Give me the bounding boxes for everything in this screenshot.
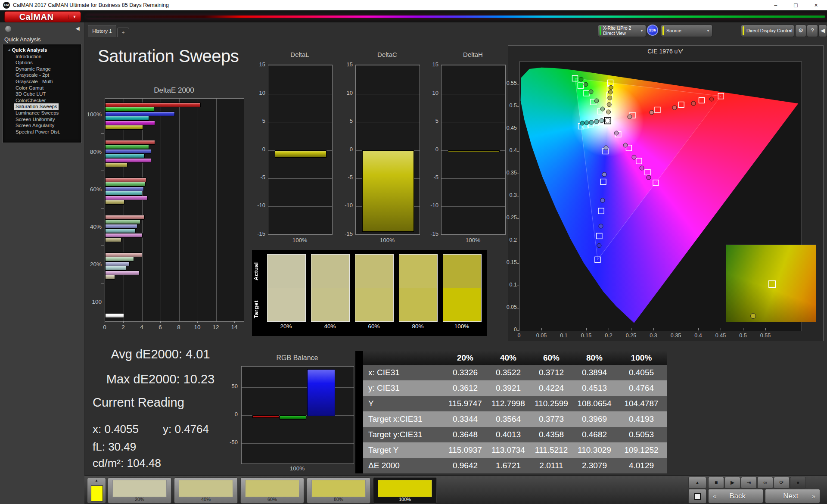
deltae-bar-20%-Blue [105, 261, 130, 266]
panel-collapse-button[interactable]: ◀ [818, 25, 827, 37]
deltae-chart-title: DeltaE 2000 [105, 86, 243, 95]
workflow-status-icon[interactable] [5, 26, 11, 32]
gridline [124, 99, 124, 321]
cie-y-tick-label: 0.35 [499, 170, 517, 176]
tab-history-1[interactable]: History 1 [88, 25, 116, 37]
table-value: 0.3344 [444, 411, 487, 427]
cie-x-tick [541, 328, 542, 330]
source-dropdown[interactable]: Source ▼ [661, 25, 712, 37]
red-measured-point [628, 115, 632, 119]
sidebar-item-saturation-sweeps[interactable]: Saturation Sweeps [14, 103, 59, 110]
chevron-down-icon: ▼ [788, 29, 792, 33]
swatch-target [311, 288, 349, 321]
y-tick-label: 15 [338, 61, 353, 68]
cie-y-tick [517, 196, 519, 196]
green-measured-point [579, 77, 583, 81]
y-tick-label: 10 [338, 90, 353, 96]
sidebar-item-luminance-sweeps[interactable]: Luminance Sweeps [14, 110, 60, 116]
minimize-button[interactable]: − [765, 0, 786, 10]
chevron-up-icon: ▲ [87, 479, 106, 482]
back-button[interactable]: « Back [708, 489, 763, 503]
maximize-button[interactable]: □ [786, 0, 806, 10]
display-control-dropdown[interactable]: Direct Display Control ▼ [741, 25, 794, 37]
green-target-marker [584, 90, 589, 96]
deltae-bar-20%-Green [105, 257, 134, 261]
sidebar-item-introduction[interactable]: Introduction [14, 53, 43, 60]
blue-measured-point [600, 198, 605, 202]
cyan-measured-point [594, 119, 599, 124]
table-row: Target x:CIE310.33440.35640.37730.39690.… [363, 411, 667, 427]
gridline [441, 94, 505, 94]
swatch-actual [399, 255, 437, 288]
meter-label: X-Rite i1Pro 2Direct View [603, 26, 631, 36]
sidebar-item-screen-uniformity[interactable]: Screen Uniformity [14, 116, 56, 123]
swatch-target [267, 288, 305, 321]
gridline [142, 99, 143, 321]
settings-button[interactable]: ⚙ [795, 25, 806, 37]
patch-preview-button[interactable]: ▲ [87, 478, 106, 503]
sidebar-item-colorchecker[interactable]: ColorChecker [14, 97, 47, 104]
meter-dropdown[interactable]: X-Rite i1Pro 2Direct View ▼ [598, 25, 646, 37]
sidebar-collapse-button[interactable]: ◀ [73, 24, 82, 33]
y-tick-label: 5 [251, 118, 265, 124]
blue-measured-point [599, 224, 603, 228]
table-value: 104.4787 [616, 396, 667, 411]
current-x-value: x: 0.4055 [93, 423, 139, 436]
tab-add-button[interactable]: + [117, 28, 129, 37]
patch-button-80%[interactable]: 80% [307, 477, 370, 504]
sidebar-item-screen-angularity[interactable]: Screen Angularity [14, 122, 56, 129]
swatch-target [355, 288, 393, 321]
meter-count-badge[interactable]: 236 [647, 25, 658, 36]
next-button[interactable]: Next » [765, 489, 820, 503]
calman-menu-button[interactable]: CalMAN ▼ [4, 11, 81, 22]
help-button[interactable]: ? [807, 25, 818, 37]
sidebar-item-quick-analysis[interactable]: ◢Quick Analysis [6, 47, 48, 53]
sidebar-item-dynamic-range[interactable]: Dynamic Range [14, 66, 52, 72]
patch-button-100%[interactable]: 100% [373, 477, 437, 504]
sidebar-item-grayscale-multi[interactable]: Grayscale - Multi [14, 78, 54, 85]
deltac-chart-title: DeltaC [355, 51, 419, 58]
cie-x-tick [765, 328, 766, 330]
record-button[interactable]: ● [790, 477, 806, 488]
sidebar-item-options[interactable]: Options [14, 59, 34, 66]
table-value: 1.6721 [487, 458, 530, 473]
step-button[interactable]: ⇥ [741, 477, 757, 488]
table-header-80%: 80% [573, 351, 616, 367]
sidebar-item-color-gamut[interactable]: Color Gamut [14, 85, 45, 91]
deltah-chart [441, 65, 506, 235]
swatch-target [443, 288, 481, 321]
y-tick-label: 15 [424, 61, 438, 68]
refresh-button[interactable]: ⟳ [774, 477, 790, 488]
table-value: 108.0654 [573, 396, 616, 411]
stop-measure-button[interactable] [688, 489, 706, 504]
stop-button[interactable]: ■ [708, 477, 724, 488]
patch-button-60%[interactable]: 60% [240, 477, 304, 504]
play-button[interactable]: ▶ [724, 477, 740, 488]
patch-label: 60% [241, 497, 304, 502]
current-patch-point [605, 118, 610, 123]
close-button[interactable]: × [806, 0, 826, 10]
gridline [441, 206, 505, 207]
deltae-bar-20%-Cyan [105, 266, 126, 271]
patch-button-20%[interactable]: 20% [108, 477, 171, 504]
magenta-measured-point [647, 175, 651, 180]
deltae-bar-60%-Magenta [105, 196, 148, 200]
cie-x-tick [698, 328, 699, 330]
cie-y-tick [517, 218, 519, 219]
sidebar-item-3d-cube-lut[interactable]: 3D Cube LUT [14, 91, 47, 97]
rgb-balance-x-label: 100% [241, 465, 353, 472]
cyan-measured-point [584, 121, 589, 125]
expand-controls-button[interactable]: ▲ [688, 477, 706, 488]
step-icon: ⇥ [746, 479, 751, 485]
patch-button-40%[interactable]: 40% [174, 477, 238, 504]
green-measured-point [584, 82, 588, 87]
table-value: 113.0734 [487, 442, 530, 458]
cie-y-tick [517, 330, 519, 331]
row-label: x: CIE31 [363, 365, 449, 380]
magenta-measured-point [632, 155, 636, 159]
table-value: 112.7998 [487, 396, 530, 411]
loop-button[interactable]: ∞ [757, 477, 773, 488]
sidebar-item-grayscale-2pt[interactable]: Grayscale - 2pt [14, 72, 50, 78]
sidebar-item-spectral-power-dist[interactable]: Spectral Power Dist. [14, 129, 62, 135]
cie-y-tick [517, 151, 519, 152]
